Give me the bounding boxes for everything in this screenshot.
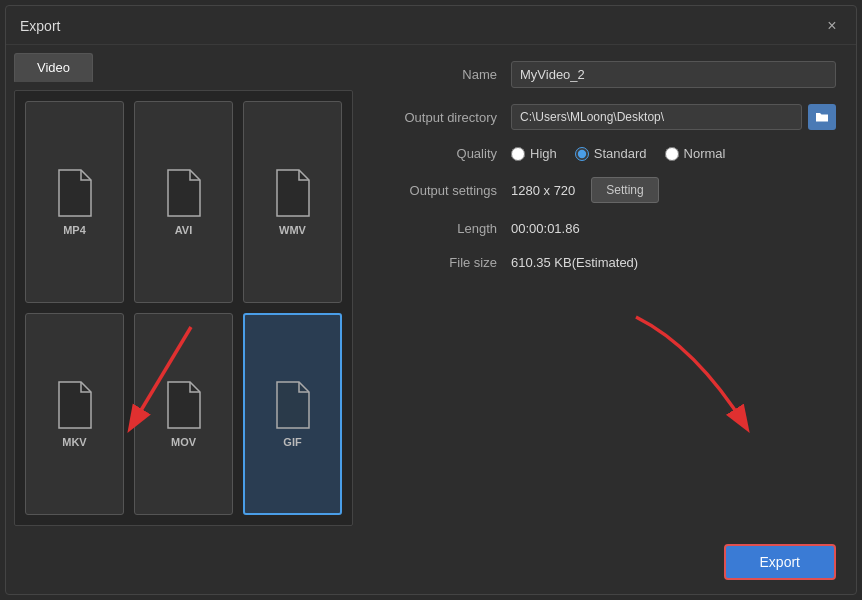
title-bar: Export × [6,6,856,45]
output-settings-text: 1280 x 720 [511,183,575,198]
arrows-area [381,287,836,518]
gif-label: GIF [283,436,301,448]
output-dir-label: Output directory [381,110,511,125]
quality-normal-radio[interactable] [665,147,679,161]
output-settings-value: 1280 x 720 Setting [511,177,836,203]
file-size-value: 610.35 KB(Estimated) [511,253,836,271]
quality-normal[interactable]: Normal [665,146,726,161]
output-dir-row: Output directory [381,104,836,130]
format-grid: MP4 AVI [14,90,353,526]
name-value [511,61,836,88]
quality-high-radio[interactable] [511,147,525,161]
name-input[interactable] [511,61,836,88]
length-label: Length [381,221,511,236]
file-size-text: 610.35 KB(Estimated) [511,255,638,270]
mkv-label: MKV [62,436,86,448]
mkv-icon [53,380,97,430]
output-dir-input[interactable] [511,104,802,130]
close-button[interactable]: × [822,16,842,36]
file-size-row: File size 610.35 KB(Estimated) [381,253,836,271]
name-label: Name [381,67,511,82]
content-area: Video MP4 [6,45,856,534]
format-item-avi[interactable]: AVI [134,101,233,303]
avi-label: AVI [175,224,193,236]
quality-label: Quality [381,146,511,161]
format-item-wmv[interactable]: WMV [243,101,342,303]
tabs-bar: Video [14,53,353,82]
quality-standard[interactable]: Standard [575,146,647,161]
right-panel: Name Output directory [361,45,856,534]
file-size-label: File size [381,255,511,270]
export-button[interactable]: Export [724,544,836,580]
quality-normal-label: Normal [684,146,726,161]
quality-options: High Standard Normal [511,146,836,161]
wmv-label: WMV [279,224,306,236]
avi-icon [162,168,206,218]
setting-button[interactable]: Setting [591,177,658,203]
format-item-gif[interactable]: GIF [243,313,342,515]
output-settings-row: Output settings 1280 x 720 Setting [381,177,836,203]
arrow-to-gif [111,317,241,447]
output-settings-label: Output settings [381,183,511,198]
tab-video[interactable]: Video [14,53,93,82]
folder-icon [815,111,829,123]
gif-icon [271,380,315,430]
left-panel: Video MP4 [6,45,361,534]
dialog-title: Export [20,18,60,34]
folder-button[interactable] [808,104,836,130]
quality-high-label: High [530,146,557,161]
length-row: Length 00:00:01.86 [381,219,836,237]
format-item-mp4[interactable]: MP4 [25,101,124,303]
quality-standard-radio[interactable] [575,147,589,161]
output-dir-value [511,104,836,130]
mp4-label: MP4 [63,224,86,236]
length-text: 00:00:01.86 [511,221,580,236]
quality-standard-label: Standard [594,146,647,161]
bottom-area: Export [6,534,856,594]
length-value: 00:00:01.86 [511,219,836,237]
quality-row: Quality High Standard Normal [381,146,836,161]
export-dialog: Export × Video MP4 [5,5,857,595]
quality-high[interactable]: High [511,146,557,161]
name-row: Name [381,61,836,88]
wmv-icon [271,168,315,218]
mp4-icon [53,168,97,218]
arrow-to-export [616,307,776,447]
format-item-mkv[interactable]: MKV [25,313,124,515]
